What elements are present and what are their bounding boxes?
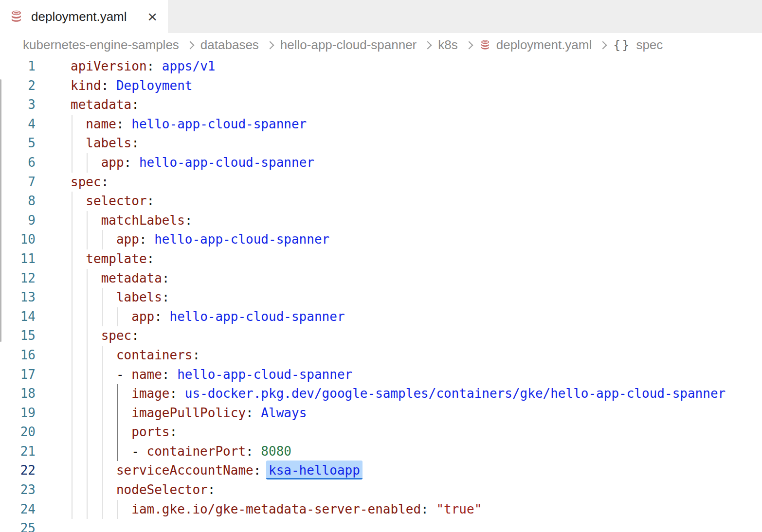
chevron-right-icon [465, 41, 473, 49]
code-line-9[interactable]: 9 matchLabels: [0, 211, 762, 231]
code-line-1[interactable]: 1apiVersion: apps/v1 [0, 57, 762, 76]
code-line-16[interactable]: 16 containers: [0, 346, 762, 365]
line-text: matchLabels: [71, 211, 192, 231]
line-number[interactable]: 6 [0, 153, 36, 173]
highlighted-word[interactable]: ksa-helloapp [266, 461, 363, 479]
line-text: app: hello-app-cloud-spanner [71, 153, 314, 173]
breadcrumb-label: spec [636, 37, 663, 53]
code-line-19[interactable]: 19 imagePullPolicy: Always [0, 404, 762, 423]
code-line-13[interactable]: 13 labels: [0, 288, 762, 307]
breadcrumb-label: databases [200, 37, 259, 53]
line-text: image: us-docker.pkg.dev/google-samples/… [71, 384, 726, 404]
line-number[interactable]: 14 [0, 307, 36, 327]
close-icon[interactable]: × [147, 8, 157, 25]
line-number[interactable]: 2 [0, 76, 36, 96]
code-line-8[interactable]: 8 selector: [0, 192, 762, 211]
line-text: kind: Deployment [71, 76, 192, 96]
breadcrumb-item-databases[interactable]: databases [200, 37, 259, 53]
code-line-3[interactable]: 3metadata: [0, 95, 762, 115]
code-line-5[interactable]: 5 labels: [0, 134, 762, 153]
line-number[interactable]: 7 [0, 173, 36, 192]
line-text: app: hello-app-cloud-spanner [71, 230, 329, 249]
line-number[interactable]: 16 [0, 346, 36, 365]
breadcrumb-item-kubernetes-engine-samples[interactable]: kubernetes-engine-samples [23, 37, 179, 53]
chevron-right-icon [266, 41, 274, 49]
code-line-20[interactable]: 20 ports: [0, 423, 762, 442]
scrollbar-thumb[interactable] [0, 79, 1, 342]
yaml-database-icon [9, 10, 23, 24]
code-line-23[interactable]: 23 nodeSelector: [0, 480, 762, 500]
breadcrumb-item-k8s[interactable]: k8s [438, 37, 457, 53]
line-text: selector: [71, 192, 154, 211]
tab-bar-empty-area [168, 0, 762, 33]
line-text: containers: [71, 346, 200, 365]
line-number[interactable]: 4 [0, 115, 36, 134]
code-line-2[interactable]: 2kind: Deployment [0, 76, 762, 96]
code-line-11[interactable]: 11 template: [0, 249, 762, 269]
line-number[interactable]: 20 [0, 423, 36, 442]
line-number[interactable]: 24 [0, 500, 36, 519]
code-line-21[interactable]: 21 - containerPort: 8080 [0, 442, 762, 461]
line-text: apiVersion: apps/v1 [71, 57, 215, 76]
line-text: iam.gke.io/gke-metadata-server-enabled: … [71, 500, 482, 519]
line-text: labels: [71, 134, 139, 153]
breadcrumb-label: k8s [438, 37, 457, 53]
code-line-25[interactable]: 25 [0, 519, 762, 532]
yaml-database-icon [479, 39, 491, 51]
line-text: metadata: [71, 269, 170, 288]
breadcrumb-item-spec[interactable]: {}spec [613, 37, 663, 53]
breadcrumb-label: hello-app-cloud-spanner [280, 37, 417, 53]
code-line-14[interactable]: 14 app: hello-app-cloud-spanner [0, 307, 762, 327]
code-line-6[interactable]: 6 app: hello-app-cloud-spanner [0, 153, 762, 173]
line-text: metadata: [71, 95, 139, 115]
breadcrumb-item-hello-app-cloud-spanner[interactable]: hello-app-cloud-spanner [280, 37, 417, 53]
line-number[interactable]: 9 [0, 211, 36, 231]
line-number[interactable]: 18 [0, 384, 36, 404]
tab-deployment-yaml[interactable]: deployment.yaml × [0, 0, 168, 33]
line-text: labels: [71, 288, 170, 307]
tab-bar: deployment.yaml × [0, 0, 762, 33]
line-number[interactable]: 23 [0, 480, 36, 500]
breadcrumb: kubernetes-engine-samplesdatabaseshello-… [0, 33, 762, 57]
line-number[interactable]: 15 [0, 326, 36, 346]
line-number[interactable]: 13 [0, 288, 36, 307]
chevron-right-icon [424, 41, 432, 49]
code-line-12[interactable]: 12 metadata: [0, 269, 762, 288]
breadcrumb-label: kubernetes-engine-samples [23, 37, 179, 53]
line-number[interactable]: 1 [0, 57, 36, 76]
chevron-right-icon [186, 41, 194, 49]
line-number[interactable]: 25 [0, 519, 36, 532]
code-line-10[interactable]: 10 app: hello-app-cloud-spanner [0, 230, 762, 249]
line-number[interactable]: 3 [0, 95, 36, 115]
code-line-24[interactable]: 24 iam.gke.io/gke-metadata-server-enable… [0, 500, 762, 519]
code-line-22[interactable]: 22 serviceAccountName: ksa-helloapp [0, 461, 762, 480]
line-number[interactable]: 17 [0, 365, 36, 385]
line-text: - containerPort: 8080 [71, 442, 291, 461]
line-number[interactable]: 19 [0, 404, 36, 423]
line-text: spec: [71, 326, 139, 346]
line-number[interactable]: 22 [0, 461, 36, 480]
chevron-right-icon [599, 41, 607, 49]
code-line-15[interactable]: 15 spec: [0, 326, 762, 346]
code-area[interactable]: 1apiVersion: apps/v12kind: Deployment3me… [0, 57, 762, 532]
line-text: template: [71, 249, 154, 269]
line-number[interactable]: 10 [0, 230, 36, 249]
line-number[interactable]: 21 [0, 442, 36, 461]
line-text: ports: [71, 423, 177, 442]
code-line-4[interactable]: 4 name: hello-app-cloud-spanner [0, 115, 762, 134]
line-text: name: hello-app-cloud-spanner [71, 115, 307, 134]
breadcrumb-item-deployment.yaml[interactable]: deployment.yaml [479, 37, 592, 53]
line-text: spec: [71, 173, 109, 192]
line-text: serviceAccountName: ksa-helloapp [71, 461, 360, 480]
line-number[interactable]: 5 [0, 134, 36, 153]
code-line-18[interactable]: 18 image: us-docker.pkg.dev/google-sampl… [0, 384, 762, 404]
line-number[interactable]: 12 [0, 269, 36, 288]
line-number[interactable]: 8 [0, 192, 36, 211]
braces-icon: {} [613, 38, 631, 52]
line-text: nodeSelector: [71, 480, 215, 500]
line-number[interactable]: 11 [0, 249, 36, 269]
code-line-7[interactable]: 7spec: [0, 173, 762, 192]
code-line-17[interactable]: 17 - name: hello-app-cloud-spanner [0, 365, 762, 385]
tab-title: deployment.yaml [31, 9, 127, 24]
line-text: - name: hello-app-cloud-spanner [71, 365, 352, 385]
